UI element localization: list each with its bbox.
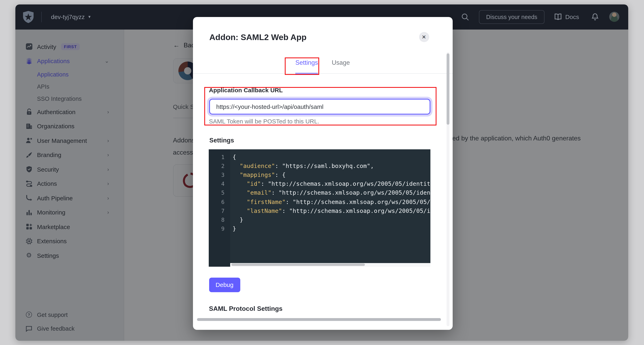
navbar-right: Discuss your needs Docs — [461, 4, 619, 29]
callback-url-label: Application Callback URL — [209, 86, 283, 93]
tenant-switcher[interactable]: dev-tyj7qyzz ▾ — [51, 13, 90, 20]
docs-link[interactable]: Docs — [554, 13, 579, 20]
addon-saml2-modal: Addon: SAML2 Web App ✕ Settings Usage Ap… — [193, 17, 452, 330]
screenshot-stage: dev-tyj7qyzz ▾ Discuss your needs — [0, 0, 644, 345]
navbar-left: dev-tyj7qyzz ▾ — [15, 10, 90, 23]
tab-usage[interactable]: Usage — [332, 59, 350, 74]
notifications-bell-icon[interactable] — [591, 13, 598, 21]
editor-horizontal-scrollbar[interactable] — [230, 263, 430, 266]
code-line: 1{ — [209, 152, 430, 161]
modal-title: Addon: SAML2 Web App — [209, 32, 307, 42]
navbar-divider — [41, 12, 42, 22]
editor-code: 1{ 2 "audience": "https://saml.boxyhq.co… — [209, 152, 430, 233]
docs-label: Docs — [565, 13, 579, 20]
saml-protocol-settings-heading: SAML Protocol Settings — [209, 305, 282, 312]
editor-scrollbar-thumb[interactable] — [232, 263, 365, 266]
code-line: 9} — [209, 224, 430, 233]
debug-button[interactable]: Debug — [209, 277, 240, 292]
auth0-dashboard-window: dev-tyj7qyzz ▾ Discuss your needs — [15, 4, 628, 340]
settings-section-label: Settings — [209, 137, 234, 144]
auth0-logo-icon[interactable] — [22, 10, 34, 23]
code-line: 7 "lastName": "http://schemas.xmlsoap.or… — [209, 206, 430, 215]
code-line: 8 } — [209, 215, 430, 224]
code-line: 6 "firstName": "http://schemas.xmlsoap.o… — [209, 197, 430, 206]
close-icon[interactable]: ✕ — [419, 32, 429, 42]
user-avatar[interactable] — [609, 12, 619, 22]
json-code-editor[interactable]: 1{ 2 "audience": "https://saml.boxyhq.co… — [209, 149, 430, 266]
code-line: 4 "id": "http://schemas.xmlsoap.org/ws/2… — [209, 179, 430, 188]
callback-url-helper: SAML Token will be POSTed to this URL. — [209, 118, 319, 124]
chevron-down-icon: ▾ — [88, 14, 90, 20]
modal-tabs: Settings Usage — [193, 59, 452, 74]
modal-vertical-scrollbar[interactable] — [446, 52, 450, 326]
tenant-name: dev-tyj7qyzz — [51, 13, 85, 20]
modal-vertical-scrollbar-thumb[interactable] — [446, 53, 450, 124]
code-line: 3 "mappings": { — [209, 170, 430, 179]
search-icon[interactable] — [461, 13, 469, 21]
modal-horizontal-scrollbar-thumb[interactable] — [197, 318, 441, 321]
callback-url-input[interactable] — [209, 99, 430, 114]
code-line: 5 "email": "http://schemas.xmlsoap.org/w… — [209, 188, 430, 197]
tabs-bottom-divider — [193, 73, 452, 74]
code-line: 2 "audience": "https://saml.boxyhq.com", — [209, 161, 430, 170]
tab-settings[interactable]: Settings — [295, 59, 318, 74]
discuss-needs-button[interactable]: Discuss your needs — [479, 10, 545, 24]
book-icon — [554, 13, 562, 20]
